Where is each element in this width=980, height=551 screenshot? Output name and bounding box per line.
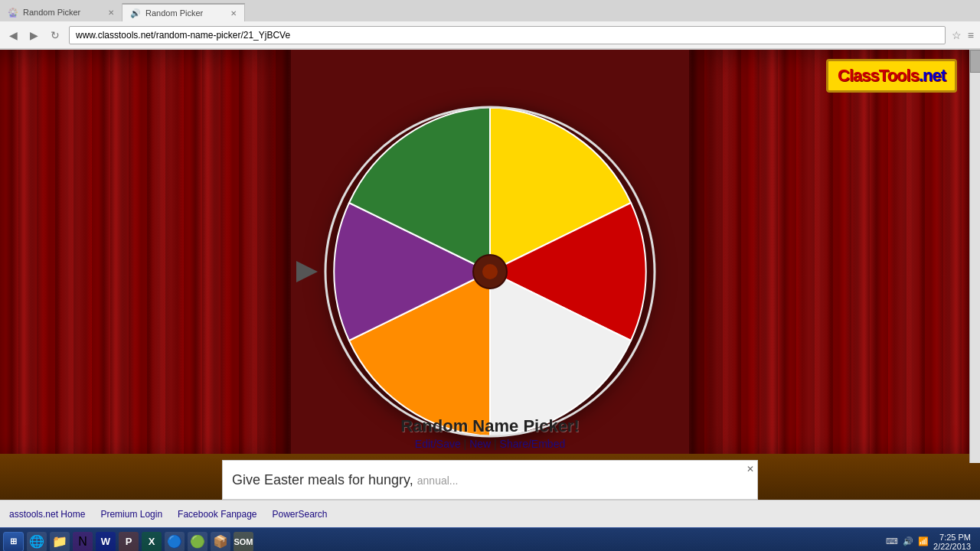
taskbar-date-value: 2/22/2013 [933, 542, 971, 551]
new-link[interactable]: New [469, 438, 491, 450]
tab-2[interactable]: 🔊 Random Picker ✕ [122, 3, 245, 21]
ad-banner[interactable]: Give Easter meals for hungry, annual... … [222, 460, 758, 500]
tab-favicon-1: 🎡 [8, 8, 18, 18]
separator-2: | [491, 438, 499, 450]
address-input[interactable] [69, 26, 946, 44]
star-icon[interactable]: ☆ [952, 29, 962, 41]
taskbar-clock: 7:25 PM 2/22/2013 [933, 533, 971, 551]
app-title: Random Name Picker! [0, 416, 980, 436]
tab-label-2: Random Picker [145, 8, 203, 18]
tab-bar: 🎡 Random Picker ✕ 🔊 Random Picker ✕ [0, 0, 980, 21]
footer-link-premium[interactable]: Premium Login [100, 509, 162, 520]
tab-close-1[interactable]: ✕ [108, 8, 114, 17]
curtain-left [0, 50, 291, 463]
taskbar-icon-onenote[interactable]: N [73, 532, 93, 552]
wheel-svg[interactable]: Jennifer Bruno Christina Romeo Don Shaki… [310, 92, 670, 452]
curtain-right [689, 50, 980, 463]
taskbar-icon-explorer[interactable]: 📁 [50, 532, 70, 552]
classtools-logo[interactable]: ClassTools.net [826, 59, 957, 93]
taskbar-icon-store[interactable]: 📦 [211, 532, 230, 552]
separator-1: | [461, 438, 469, 450]
taskbar-icon-excel[interactable]: X [142, 532, 162, 552]
scrollbar-thumb[interactable] [970, 50, 980, 73]
footer-link-facebook[interactable]: Facebook Fanpage [178, 509, 256, 520]
taskbar-icon-powerpoint[interactable]: P [119, 532, 139, 552]
browser-icons: ☆ ≡ [952, 29, 974, 41]
tab-close-2[interactable]: ✕ [230, 9, 237, 18]
share-embed-link[interactable]: Share/Embed [500, 438, 566, 450]
footer-link-powersearch[interactable]: PowerSearch [273, 509, 328, 520]
taskbar-icon-green[interactable]: 🟢 [188, 532, 207, 552]
keyboard-icon: ⌨ [886, 536, 898, 546]
footer-links: asstools.net Home Premium Login Facebook… [0, 500, 980, 527]
address-bar-row: ◀ ▶ ↻ ☆ ≡ [0, 21, 980, 49]
taskbar: ⊞ 🌐 📁 N W P X 🔵 🟢 📦 SOM ⌨ 🔊 📶 7:25 PM 2/… [0, 527, 980, 551]
volume-icon[interactable]: 🔊 [903, 536, 913, 546]
ad-text: Give Easter meals for hungry, annual... [223, 472, 459, 488]
back-button[interactable]: ◀ [6, 28, 21, 43]
forward-button[interactable]: ▶ [27, 28, 41, 43]
start-button[interactable]: ⊞ [3, 532, 24, 552]
stage: ClassTools.net Jennifer Bruno [0, 50, 980, 500]
edit-save-link[interactable]: Edit/Save [415, 438, 461, 450]
menu-icon[interactable]: ≡ [968, 29, 974, 41]
taskbar-icon-word[interactable]: W [96, 532, 116, 552]
svg-point-8 [482, 264, 498, 279]
taskbar-icon-ie[interactable]: 🌐 [27, 532, 47, 552]
footer-link-home[interactable]: asstools.net Home [9, 509, 85, 520]
wheel-container[interactable]: Jennifer Bruno Christina Romeo Don Shaki… [310, 92, 670, 452]
network-icon[interactable]: 📶 [918, 536, 929, 546]
taskbar-icon-som[interactable]: SOM [234, 532, 253, 552]
bottom-area: Random Name Picker! Edit/Save | New | Sh… [0, 416, 980, 450]
taskbar-time-value: 7:25 PM [933, 533, 971, 542]
tab-label-1: Random Picker [23, 8, 80, 17]
ad-close-button[interactable]: ✕ [746, 464, 754, 474]
tab-1[interactable]: 🎡 Random Picker ✕ [0, 3, 122, 21]
system-tray: ⌨ 🔊 📶 7:25 PM 2/22/2013 [880, 533, 977, 551]
page-scrollbar[interactable] [969, 50, 980, 463]
taskbar-icon-chrome[interactable]: 🔵 [165, 532, 185, 552]
browser-chrome: 🎡 Random Picker ✕ 🔊 Random Picker ✕ ◀ ▶ … [0, 0, 980, 50]
wheel-pointer [296, 261, 318, 282]
app-links: Edit/Save | New | Share/Embed [0, 438, 980, 450]
refresh-button[interactable]: ↻ [47, 28, 63, 43]
tab-favicon-2: 🔊 [130, 8, 141, 18]
